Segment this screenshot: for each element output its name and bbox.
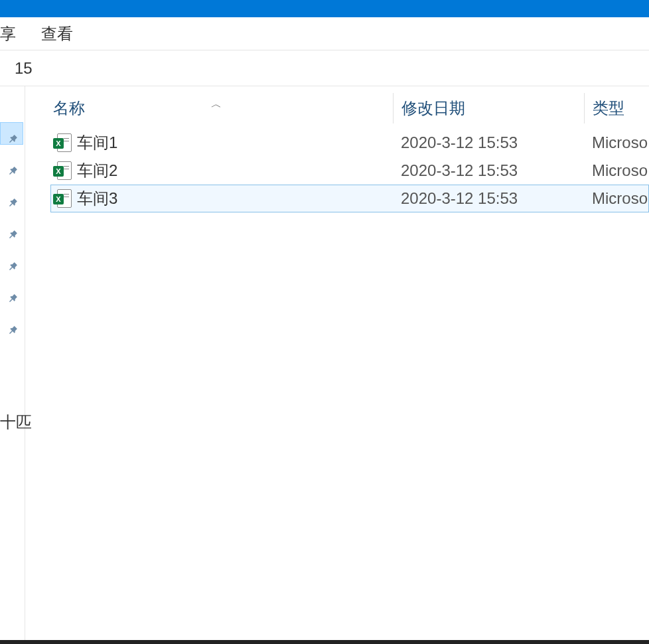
file-type: Microso — [584, 189, 648, 208]
ribbon-tabs: 享 查看 — [0, 17, 649, 50]
file-list: 车间1 2020-3-12 15:53 Microso 车间2 2020-3-1… — [53, 129, 649, 212]
file-name: 车间2 — [77, 160, 117, 181]
pin-icon[interactable] — [4, 195, 21, 211]
column-header-name[interactable]: 名称 ︿ — [53, 98, 393, 119]
excel-file-icon — [53, 189, 72, 208]
file-date: 2020-3-12 15:53 — [393, 133, 584, 152]
pin-icon[interactable] — [4, 226, 21, 243]
excel-file-icon — [53, 133, 72, 152]
column-header-type[interactable]: 类型 — [584, 93, 649, 123]
ribbon-tab-share[interactable]: 享 — [0, 17, 24, 50]
file-date: 2020-3-12 15:53 — [393, 161, 584, 180]
column-header-type-label: 类型 — [593, 98, 624, 119]
file-type: Microso — [584, 133, 649, 152]
file-name: 车间1 — [77, 132, 117, 153]
column-header-name-label: 名称 — [53, 98, 85, 119]
column-header-date[interactable]: 修改日期 — [393, 93, 584, 123]
file-name-cell: 车间1 — [53, 132, 393, 153]
ribbon-tab-view[interactable]: 查看 — [24, 17, 90, 50]
main-area: 十匹 名称 ︿ 修改日期 类型 车间1 2020-3-12 15:53 Micr… — [0, 86, 649, 644]
window-bottom-edge — [0, 640, 649, 644]
window-title-bar — [0, 0, 649, 17]
file-name-cell: 车间2 — [53, 160, 393, 181]
address-path: 15 — [15, 59, 33, 78]
file-row[interactable]: 车间3 2020-3-12 15:53 Microso — [50, 185, 649, 212]
pin-icon[interactable] — [4, 163, 21, 179]
file-name-cell: 车间3 — [53, 188, 393, 209]
column-headers: 名称 ︿ 修改日期 类型 — [53, 92, 649, 125]
address-bar[interactable]: 15 — [0, 50, 649, 86]
file-row[interactable]: 车间2 2020-3-12 15:53 Microso — [53, 157, 649, 185]
file-type: Microso — [584, 161, 649, 180]
sort-ascending-icon: ︿ — [211, 98, 222, 112]
navigation-sidebar — [0, 86, 25, 644]
excel-file-icon — [53, 161, 72, 180]
pin-icon[interactable] — [4, 290, 21, 307]
pin-icon[interactable] — [4, 322, 21, 339]
file-list-pane: 名称 ︿ 修改日期 类型 车间1 2020-3-12 15:53 Microso — [25, 86, 649, 644]
file-date: 2020-3-12 15:53 — [393, 189, 584, 208]
pin-icon[interactable] — [4, 258, 21, 275]
file-name: 车间3 — [77, 188, 117, 209]
file-row[interactable]: 车间1 2020-3-12 15:53 Microso — [53, 129, 649, 157]
column-header-date-label: 修改日期 — [401, 98, 465, 119]
